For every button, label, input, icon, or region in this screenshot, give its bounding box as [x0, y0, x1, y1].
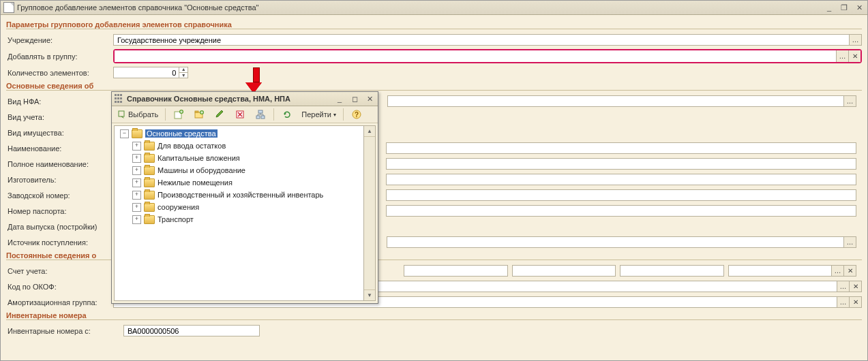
folder-icon [144, 142, 155, 151]
label-okof: Код по ОКОФ: [6, 283, 113, 291]
scroll-track[interactable] [364, 137, 375, 289]
input-name[interactable] [386, 142, 856, 154]
input-serial[interactable] [386, 189, 856, 201]
close-button[interactable]: ✕ [854, 3, 865, 12]
row-count: Количество элементов: ▲ ▼ [6, 66, 862, 79]
label-name: Наименование: [6, 144, 113, 153]
svg-rect-9 [261, 116, 265, 119]
expand-icon[interactable] [132, 142, 141, 151]
tree-item[interactable]: Производственный и хозяйственный инвента… [116, 189, 362, 201]
lookup-amort-button[interactable]: … [837, 296, 850, 308]
input-account-3[interactable] [620, 265, 724, 277]
popup-minimize-button[interactable]: _ [334, 94, 345, 104]
expand-icon[interactable] [132, 166, 141, 175]
select-icon [118, 110, 126, 119]
expand-icon[interactable] [132, 203, 141, 212]
lookup-group-button[interactable]: … [836, 50, 848, 62]
label-group: Добавлять в группу: [6, 52, 113, 61]
clear-group-button[interactable]: ✕ [848, 50, 860, 62]
popup-title: Справочник Основные средства, НМА, НПА [127, 95, 334, 103]
tree-item[interactable]: Транспорт [116, 213, 362, 225]
input-source[interactable] [387, 236, 844, 248]
input-group[interactable] [115, 50, 836, 62]
restore-button[interactable]: ❐ [839, 3, 850, 12]
expand-icon[interactable] [132, 191, 141, 200]
label-maker: Изготовитель: [6, 176, 113, 184]
refresh-button[interactable] [278, 107, 297, 122]
count-spinner[interactable]: ▲ ▼ [179, 67, 188, 78]
hierarchy-icon [256, 110, 265, 119]
expand-icon[interactable] [132, 154, 141, 163]
help-button[interactable]: ? [347, 107, 366, 122]
window-title: Групповое добавление элементов справочни… [17, 3, 824, 12]
spin-up-icon[interactable]: ▲ [179, 67, 188, 73]
input-invfrom[interactable] [123, 325, 260, 336]
input-passport[interactable] [386, 205, 856, 217]
add-folder-button[interactable] [190, 107, 209, 122]
spin-down-icon[interactable]: ▼ [179, 73, 188, 78]
tree-scrollbar[interactable]: ▲ ▼ [364, 125, 376, 301]
input-nfa[interactable] [387, 95, 844, 107]
label-amort: Амортизационная группа: [6, 298, 113, 307]
collapse-icon[interactable] [120, 129, 129, 138]
label-count: Количество элементов: [6, 69, 113, 77]
delete-icon [235, 110, 245, 119]
popup-toolbar: Выбрать Перейти ▾ [112, 106, 378, 123]
input-maker[interactable] [386, 174, 856, 185]
tree-item[interactable]: Капитальные вложения [116, 152, 362, 164]
tree-item[interactable]: Для ввода остатков [116, 140, 362, 152]
edit-button[interactable] [210, 107, 229, 122]
tree-item[interactable]: сооружения [116, 201, 362, 213]
input-org[interactable] [113, 34, 850, 46]
lookup-nfa-button[interactable]: … [844, 95, 856, 107]
popup-body: Основные средства Для ввода остатков Кап… [114, 125, 376, 301]
svg-rect-0 [119, 111, 124, 116]
lookup-source-button[interactable]: … [844, 236, 856, 248]
goto-button[interactable]: Перейти ▾ [298, 107, 340, 122]
delete-button[interactable] [230, 107, 250, 122]
main-window: Групповое добавление элементов справочни… [0, 0, 868, 361]
input-fullname[interactable] [386, 158, 856, 170]
tree-item[interactable]: Машины и оборудование [116, 164, 362, 176]
expand-icon[interactable] [132, 215, 141, 224]
input-account-1[interactable] [404, 265, 508, 277]
svg-text:?: ? [355, 111, 359, 119]
clear-amort-button[interactable]: ✕ [850, 296, 862, 308]
reference-popup: Справочник Основные средства, НМА, НПА _… [111, 91, 378, 304]
svg-rect-4 [195, 111, 198, 112]
label-account: Счет учета: [6, 267, 113, 275]
tree-view[interactable]: Основные средства Для ввода остатков Кап… [114, 125, 364, 301]
row-org: Учреждение: … [6, 33, 862, 46]
popup-close-button[interactable]: ✕ [364, 94, 375, 104]
label-source: Источник поступления: [6, 238, 113, 247]
label-serial: Заводской номер: [6, 191, 113, 200]
window-controls: _ ❐ ✕ [824, 3, 865, 12]
minimize-button[interactable]: _ [824, 3, 835, 12]
input-count[interactable]: ▲ ▼ [113, 67, 188, 78]
expand-icon[interactable] [132, 178, 141, 187]
scroll-down-icon[interactable]: ▼ [364, 289, 375, 300]
lookup-org-button[interactable]: … [850, 34, 862, 46]
popup-maximize-button[interactable]: ◻ [349, 94, 360, 104]
select-button[interactable]: Выбрать [115, 107, 162, 122]
section-inv-title: Инвентарные номера [6, 311, 862, 319]
lookup-okof-button[interactable]: … [837, 281, 850, 292]
input-account-4[interactable] [728, 265, 833, 277]
refresh-icon [282, 110, 292, 119]
hierarchy-button[interactable] [251, 107, 270, 122]
clear-account-button[interactable]: ✕ [844, 265, 856, 277]
tree-item[interactable]: Нежилые помещения [116, 176, 362, 189]
label-acc: Вид учета: [6, 113, 113, 121]
pencil-icon [215, 110, 224, 119]
folder-icon [144, 203, 155, 212]
document-icon [3, 2, 14, 13]
tree-root[interactable]: Основные средства [116, 127, 362, 140]
lookup-account-button[interactable]: … [832, 265, 844, 277]
label-fullname: Полное наименование: [6, 160, 113, 168]
input-account-2[interactable] [512, 265, 616, 277]
popup-titlebar: Справочник Основные средства, НМА, НПА _… [112, 92, 378, 106]
add-button[interactable] [169, 107, 188, 122]
label-invfrom: Инвентарные номера с: [6, 327, 123, 335]
scroll-up-icon[interactable]: ▲ [364, 126, 375, 137]
clear-okof-button[interactable]: ✕ [850, 281, 862, 292]
